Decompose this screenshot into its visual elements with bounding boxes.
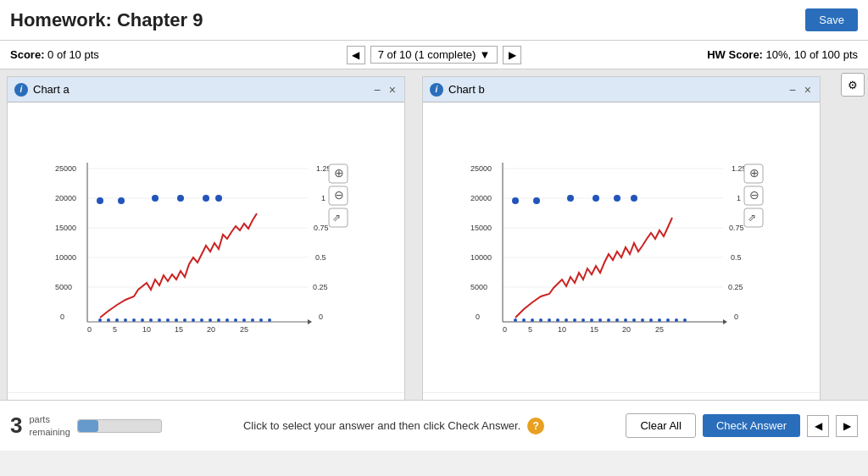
progress-bar-container xyxy=(77,419,162,433)
svg-text:⊕: ⊕ xyxy=(334,166,344,180)
parts-label: partsremaining xyxy=(29,413,70,438)
svg-point-95 xyxy=(539,318,542,322)
svg-point-30 xyxy=(177,195,184,202)
svg-point-110 xyxy=(666,318,670,322)
svg-point-88 xyxy=(567,195,574,202)
svg-text:15000: 15000 xyxy=(470,224,492,232)
svg-text:15: 15 xyxy=(590,325,598,334)
next-question-button[interactable]: ▶ xyxy=(503,46,521,64)
svg-point-32 xyxy=(215,195,222,202)
help-icon[interactable]: ? xyxy=(527,418,544,434)
svg-point-109 xyxy=(658,318,661,322)
svg-text:25: 25 xyxy=(240,325,248,334)
svg-text:0: 0 xyxy=(60,313,64,321)
score-label: Score: xyxy=(10,48,44,61)
svg-point-46 xyxy=(209,318,212,322)
svg-text:0.5: 0.5 xyxy=(731,253,742,262)
svg-point-104 xyxy=(615,318,619,322)
svg-marker-19 xyxy=(308,319,312,324)
chart-a-minimize-button[interactable]: − xyxy=(372,83,382,97)
svg-point-37 xyxy=(132,318,136,322)
hw-score-value: 10%, 10 of 100 pts xyxy=(766,48,858,61)
svg-text:0: 0 xyxy=(476,313,480,321)
question-nav-label: 7 of 10 (1 complete) ▼ xyxy=(370,46,498,64)
svg-point-93 xyxy=(522,318,526,322)
svg-point-96 xyxy=(548,318,551,322)
svg-point-53 xyxy=(268,318,271,322)
chart-b-close-button[interactable]: × xyxy=(803,83,813,97)
svg-text:20: 20 xyxy=(622,325,631,334)
svg-point-102 xyxy=(598,318,602,322)
chart-a-info-icon[interactable]: i xyxy=(14,83,28,97)
svg-point-33 xyxy=(98,318,102,322)
chart-a-close-button[interactable]: × xyxy=(387,83,398,97)
chart-b-minimize-button[interactable]: − xyxy=(787,83,798,97)
settings-icon: ⚙ xyxy=(848,79,858,91)
svg-point-108 xyxy=(649,318,653,322)
svg-text:1: 1 xyxy=(321,194,326,202)
svg-point-50 xyxy=(242,318,246,322)
chart-b-info-icon[interactable]: i xyxy=(430,83,443,97)
chart-b-title: Chart b xyxy=(448,83,787,96)
page-title: Homework: Chapter 9 xyxy=(10,9,805,31)
svg-text:5: 5 xyxy=(113,325,117,334)
clear-all-button[interactable]: Clear All xyxy=(626,413,695,438)
svg-point-28 xyxy=(118,197,125,204)
dropdown-arrow: ▼ xyxy=(479,48,490,61)
svg-point-99 xyxy=(573,318,576,322)
svg-point-35 xyxy=(115,318,119,322)
svg-text:0: 0 xyxy=(503,325,507,334)
svg-point-100 xyxy=(581,318,585,322)
svg-point-98 xyxy=(565,318,568,322)
svg-text:0: 0 xyxy=(734,313,738,321)
prev-question-button[interactable]: ◀ xyxy=(347,46,365,64)
prev-answer-button[interactable]: ◀ xyxy=(807,415,829,437)
hw-score-label: HW Score: xyxy=(707,48,763,61)
svg-point-40 xyxy=(158,318,161,322)
svg-point-112 xyxy=(683,318,687,322)
svg-point-43 xyxy=(183,318,186,322)
svg-point-91 xyxy=(631,195,637,202)
next-answer-button[interactable]: ▶ xyxy=(836,415,858,437)
settings-button[interactable]: ⚙ xyxy=(841,73,865,97)
svg-point-103 xyxy=(607,318,610,322)
svg-point-34 xyxy=(107,318,110,322)
svg-point-90 xyxy=(614,195,620,202)
svg-point-36 xyxy=(124,318,127,322)
progress-bar-fill xyxy=(78,420,99,432)
svg-text:0.25: 0.25 xyxy=(313,283,328,291)
svg-text:5000: 5000 xyxy=(470,283,487,291)
svg-point-89 xyxy=(593,195,599,202)
svg-point-44 xyxy=(192,318,195,322)
svg-point-92 xyxy=(514,318,517,322)
svg-text:0.75: 0.75 xyxy=(314,224,329,232)
svg-point-39 xyxy=(149,318,153,322)
svg-point-41 xyxy=(166,318,170,322)
check-answer-button[interactable]: Check Answer xyxy=(703,414,800,437)
svg-text:5: 5 xyxy=(528,325,532,334)
svg-text:0.5: 0.5 xyxy=(315,253,326,262)
svg-point-51 xyxy=(251,318,254,322)
svg-point-29 xyxy=(152,195,159,202)
svg-text:⇗: ⇗ xyxy=(748,212,756,224)
svg-point-31 xyxy=(203,195,209,202)
svg-text:25000: 25000 xyxy=(470,164,492,173)
svg-text:5000: 5000 xyxy=(55,283,72,291)
svg-text:0: 0 xyxy=(319,313,323,321)
score-display: Score: 0 of 10 pts xyxy=(10,48,347,61)
chart-b-svg: 25000 20000 15000 10000 5000 0 1.25 1 0.… xyxy=(469,154,774,340)
svg-text:25: 25 xyxy=(655,325,664,334)
svg-text:25000: 25000 xyxy=(55,164,76,173)
svg-text:0: 0 xyxy=(87,325,92,334)
svg-point-97 xyxy=(556,318,559,322)
svg-point-52 xyxy=(259,318,263,322)
parts-remaining-section: 3 partsremaining xyxy=(10,412,162,439)
svg-text:20000: 20000 xyxy=(470,194,492,202)
svg-point-42 xyxy=(175,318,178,322)
svg-text:0.75: 0.75 xyxy=(729,224,744,232)
svg-point-94 xyxy=(531,318,534,322)
svg-point-87 xyxy=(533,197,540,204)
svg-text:⇗: ⇗ xyxy=(332,212,341,224)
save-button[interactable]: Save xyxy=(805,8,858,31)
svg-point-101 xyxy=(590,318,593,322)
